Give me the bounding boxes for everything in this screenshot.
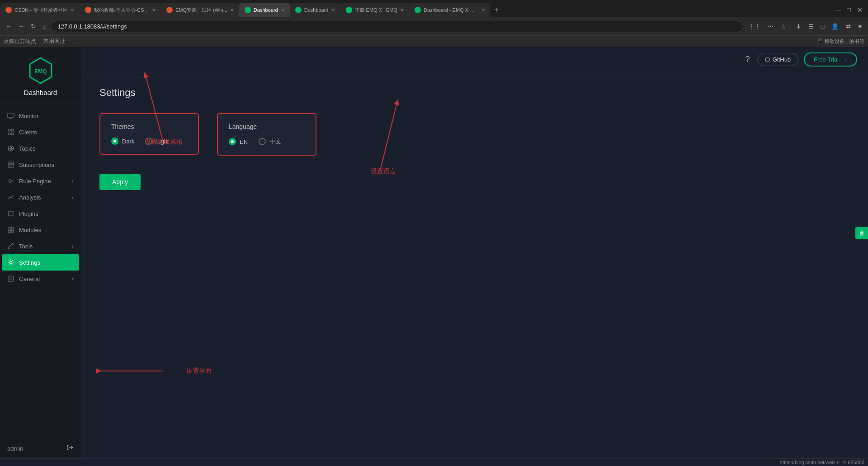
sidebar-item-topics[interactable]: Topics bbox=[0, 140, 81, 157]
sidebar-nav: Monitor Clients Topics Subscriptions Rul… bbox=[0, 104, 81, 438]
svg-rect-16 bbox=[9, 211, 13, 216]
back-button[interactable]: ← bbox=[4, 21, 14, 32]
bookmark-firefox[interactable]: 火狐官方站点 bbox=[4, 38, 36, 45]
chevron-down-icon: ▾ bbox=[71, 244, 74, 249]
tab-label: 下载 EMQ X | EMQ bbox=[355, 7, 398, 14]
annotation-settings: 设置界面 bbox=[186, 367, 212, 375]
svg-rect-26 bbox=[8, 276, 14, 281]
download-icon[interactable]: ⬇ bbox=[793, 21, 804, 32]
floating-badge: 48 bbox=[855, 227, 868, 239]
home-button[interactable]: ⌂ bbox=[41, 21, 48, 32]
annotation-theme: 设置界面风格 bbox=[145, 138, 183, 146]
tab-label: Dashboard bbox=[254, 7, 278, 13]
settings-arrow-svg bbox=[90, 357, 181, 385]
new-tab-button[interactable]: + bbox=[491, 6, 502, 14]
sidebar-label-monitor: Monitor bbox=[19, 113, 38, 119]
logo-area: EMQ Dashboard bbox=[0, 47, 81, 104]
sidebar-label-rule-engine: Rule Engine bbox=[19, 178, 51, 185]
theme-dark-label: Dark bbox=[122, 138, 134, 145]
reload-button[interactable]: ↻ bbox=[29, 21, 38, 32]
tab-close-icon[interactable]: ✕ bbox=[481, 8, 485, 13]
chevron-down-icon: ▾ bbox=[71, 195, 74, 200]
browser-tab-1[interactable]: CSDN - 专业开发者社区 ✕ bbox=[0, 3, 80, 17]
sidebar-item-clients[interactable]: Clients bbox=[0, 124, 81, 140]
language-card: Language EN 中文 bbox=[217, 113, 316, 156]
tab-favicon bbox=[346, 7, 352, 13]
github-button[interactable]: ⬡ GitHub bbox=[757, 53, 798, 66]
svg-point-25 bbox=[10, 262, 12, 264]
minimize-button[interactable]: ─ bbox=[835, 5, 843, 15]
sync-icon[interactable]: ⇄ bbox=[843, 21, 854, 32]
toolbar-icons: ⋮⋮ ⋯ ☆ bbox=[746, 21, 789, 32]
language-zh-option[interactable]: 中文 bbox=[259, 138, 281, 146]
forward-button[interactable]: → bbox=[16, 21, 26, 32]
sidebar-item-plugins[interactable]: Plugins bbox=[0, 205, 81, 222]
sidebar-label-general: General bbox=[19, 276, 40, 282]
svg-line-23 bbox=[8, 244, 12, 248]
sidebar-item-modules[interactable]: Modules bbox=[0, 222, 81, 238]
logout-icon[interactable] bbox=[66, 444, 74, 453]
extensions-icon[interactable]: ⋮⋮ bbox=[746, 21, 763, 32]
browser-tab-6[interactable]: 下载 EMQ X | EMQ ✕ bbox=[340, 3, 410, 17]
username: admin bbox=[7, 445, 23, 452]
language-en-option[interactable]: EN bbox=[229, 138, 248, 145]
app-container: EMQ Dashboard Monitor Clients Topics Sub… bbox=[0, 47, 868, 458]
themes-card: Themes Dark Light bbox=[99, 113, 199, 155]
svg-point-24 bbox=[8, 248, 9, 249]
sidebar-item-settings[interactable]: Settings bbox=[2, 254, 79, 271]
bookmarks-bar: 火狐官方站点 常用网址 📱 移动设备上的书签 bbox=[0, 35, 868, 47]
app-name: Dashboard bbox=[24, 89, 57, 96]
free-trial-button[interactable]: Free Trial → bbox=[804, 52, 857, 67]
address-input[interactable] bbox=[51, 21, 743, 32]
tab-close-icon[interactable]: ✕ bbox=[281, 8, 284, 13]
browser-tab-5[interactable]: Dashboard ✕ bbox=[290, 3, 340, 17]
language-zh-radio[interactable] bbox=[259, 138, 266, 145]
page-title: Settings bbox=[99, 87, 850, 99]
svg-rect-20 bbox=[11, 227, 14, 229]
tab-label: CSDN - 专业开发者社区 bbox=[14, 7, 68, 14]
sidebar-item-tools[interactable]: Tools ▾ bbox=[0, 238, 81, 254]
tab-label: Dashboard bbox=[304, 7, 329, 13]
svg-rect-19 bbox=[8, 227, 10, 229]
tab-close-icon[interactable]: ✕ bbox=[230, 8, 234, 13]
bookmark-icon[interactable]: ☆ bbox=[778, 21, 789, 32]
account-icon[interactable]: 👤 bbox=[829, 21, 841, 32]
tab-favicon bbox=[295, 7, 302, 13]
tab-close-icon[interactable]: ✕ bbox=[331, 8, 335, 13]
theme-dark-option[interactable]: Dark bbox=[111, 138, 134, 145]
chevron-down-icon: ▾ bbox=[71, 276, 74, 281]
tab-label: EMQ安装、试用 (Win... bbox=[175, 7, 227, 14]
sidebar-item-general[interactable]: General ▾ bbox=[0, 271, 81, 287]
main-content: ? ⬡ GitHub Free Trial → Settings Themes bbox=[81, 47, 868, 458]
more-options-icon[interactable]: ⋯ bbox=[765, 21, 776, 32]
top-header: ? ⬡ GitHub Free Trial → bbox=[81, 47, 868, 72]
svg-rect-7 bbox=[8, 133, 10, 135]
sidebar-item-subscriptions[interactable]: Subscriptions bbox=[0, 157, 81, 173]
sidebar-label-plugins: Plugins bbox=[19, 210, 38, 217]
svg-rect-8 bbox=[11, 133, 14, 135]
help-button[interactable]: ? bbox=[744, 53, 752, 66]
sidebar-item-rule-engine[interactable]: Rule Engine ▾ bbox=[0, 173, 81, 189]
close-window-button[interactable]: ✕ bbox=[855, 5, 864, 15]
sidebar-item-monitor[interactable]: Monitor bbox=[0, 108, 81, 124]
github-label: GitHub bbox=[773, 56, 791, 63]
tab-close-icon[interactable]: ✕ bbox=[71, 8, 74, 13]
tab-close-icon[interactable]: ✕ bbox=[152, 8, 156, 13]
free-trial-arrow-icon: → bbox=[841, 56, 847, 63]
sidebar-item-analysis[interactable]: Analysis ▾ bbox=[0, 189, 81, 205]
maximize-button[interactable]: □ bbox=[845, 5, 853, 15]
browser-tab-4[interactable]: Dashboard ✕ bbox=[239, 3, 290, 17]
menu-icon[interactable]: ≡ bbox=[855, 21, 864, 32]
svg-rect-5 bbox=[8, 129, 10, 131]
language-en-radio[interactable] bbox=[229, 138, 236, 145]
browser-tab-2[interactable]: 我的收藏-个人中心-CSD... ✕ bbox=[80, 3, 161, 17]
tab-close-icon[interactable]: ✕ bbox=[400, 8, 404, 13]
reading-list-icon[interactable]: ☰ bbox=[806, 21, 816, 32]
screenshot-icon[interactable]: □ bbox=[818, 21, 827, 32]
sidebar: EMQ Dashboard Monitor Clients Topics Sub… bbox=[0, 47, 81, 458]
theme-dark-radio[interactable] bbox=[111, 138, 118, 145]
browser-tab-7[interactable]: Dashboard - EMQ X 仿... ✕ bbox=[409, 3, 491, 17]
browser-tab-3[interactable]: EMQ安装、试用 (Win... ✕ bbox=[161, 3, 239, 17]
apply-button[interactable]: Apply bbox=[99, 174, 141, 190]
bookmark-common[interactable]: 常用网址 bbox=[43, 38, 65, 45]
